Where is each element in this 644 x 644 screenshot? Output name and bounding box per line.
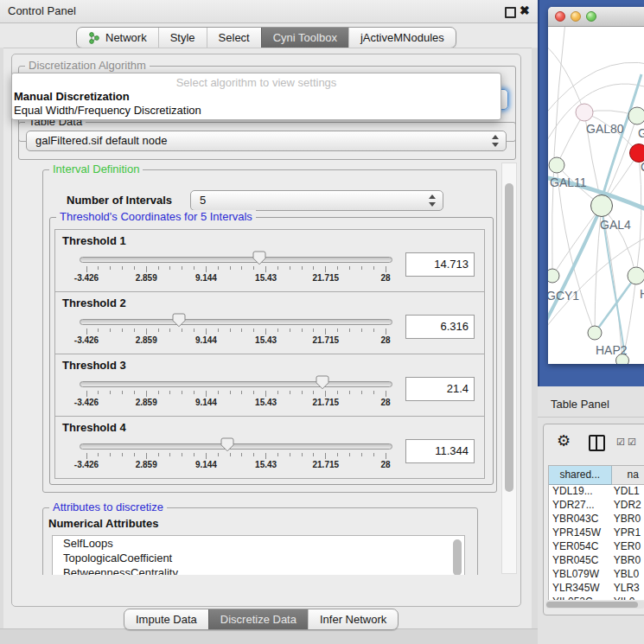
- number-of-intervals-combobox[interactable]: 5: [190, 190, 443, 211]
- minimize-traffic-light-icon[interactable]: [571, 11, 581, 22]
- axis-tick: [361, 391, 362, 394]
- table-row[interactable]: YIL052CYIL0: [549, 596, 644, 600]
- network-node-pink[interactable]: [576, 104, 593, 121]
- table-row[interactable]: YBR043CYBR0: [549, 513, 644, 526]
- dropdown-option-manual[interactable]: Manual Discretization: [12, 90, 501, 104]
- axis-tick-label: 15.43: [255, 460, 277, 469]
- bottom-tab-strip: Impute Data Discretize Data Infer Networ…: [124, 609, 399, 630]
- table-row[interactable]: YPR145WYPR1: [549, 526, 644, 540]
- tab-discretize-data[interactable]: Discretize Data: [208, 609, 308, 629]
- attribute-list-item[interactable]: SelfLoops: [53, 536, 464, 551]
- axis-tick: [206, 266, 207, 272]
- control-panel-title: Control Panel: [8, 4, 76, 17]
- table-row[interactable]: YDR27...YDR2: [549, 499, 644, 513]
- axis-tick: [290, 328, 290, 332]
- network-node-gcy1[interactable]: [548, 269, 559, 283]
- slider-handle[interactable]: [220, 437, 234, 452]
- network-node-hap2[interactable]: [588, 326, 602, 340]
- slider-handle[interactable]: [172, 313, 186, 328]
- slider-handle[interactable]: [316, 375, 329, 390]
- checkbox-icon[interactable]: ☑: [628, 437, 636, 448]
- threshold-stack: Threshold 1-3.4262.8599.14415.4321.71528…: [54, 229, 485, 479]
- axis-tick: [86, 391, 87, 397]
- slider-handle[interactable]: [252, 251, 266, 265]
- control-panel-titlebar: Control Panel ✖: [0, 0, 538, 23]
- list-scrollbar-thumb[interactable]: [453, 539, 462, 575]
- column-header-name[interactable]: na: [612, 466, 644, 485]
- float-window-icon[interactable]: [505, 7, 516, 18]
- close-traffic-light-icon[interactable]: [555, 11, 565, 22]
- table-data-group: Table Data galFiltered.sif default node: [18, 122, 516, 160]
- checkbox-icon[interactable]: ☑: [616, 437, 625, 448]
- axis-tick: [302, 391, 303, 394]
- axis-tick: [325, 391, 326, 397]
- table-row[interactable]: YLR345WYLR3: [549, 582, 644, 596]
- table-row[interactable]: YBL079WYBL0: [549, 568, 644, 582]
- table-row[interactable]: YDL19...YDL1: [549, 485, 644, 499]
- threshold-label: Threshold 2: [62, 296, 126, 309]
- tab-infer-network[interactable]: Infer Network: [308, 609, 398, 629]
- axis-tick: [313, 266, 314, 270]
- axis-tick: [361, 266, 362, 270]
- threshold-value-field[interactable]: 14.713: [405, 252, 475, 277]
- table-row[interactable]: YBR045CYBR0: [549, 554, 644, 568]
- axis-tick: [349, 391, 350, 394]
- tab-cyni-toolbox[interactable]: Cyni Toolbox: [261, 28, 348, 48]
- attribute-list-item[interactable]: TopologicalCoefficient: [53, 551, 464, 565]
- network-canvas[interactable]: GAL80 GA C GAL11 GAL4 GCY1 H HAP2: [548, 27, 644, 364]
- tab-select[interactable]: Select: [207, 28, 261, 48]
- axis-tick: [182, 453, 182, 456]
- axis-tick: [110, 453, 111, 456]
- axis-tick: [325, 328, 326, 335]
- tab-select-label: Select: [219, 31, 250, 44]
- axis-tick: [169, 453, 170, 456]
- numerical-attributes-list[interactable]: SelfLoopsTopologicalCoefficientBetweenne…: [52, 535, 465, 575]
- cell-shared-name: YIL052C: [549, 596, 612, 600]
- slider-track[interactable]: [80, 381, 392, 387]
- app-window: Control Panel ✖ Network Style Select Cyn…: [0, 0, 644, 644]
- slider-track[interactable]: [80, 443, 392, 450]
- threshold-value-field[interactable]: 21.4: [405, 377, 475, 401]
- column-header-shared-name[interactable]: shared...: [549, 466, 612, 485]
- axis-tick: [146, 453, 147, 459]
- axis-tick: [194, 391, 194, 394]
- tab-style[interactable]: Style: [158, 28, 207, 48]
- axis-tick: [361, 453, 362, 456]
- network-node[interactable]: [549, 157, 564, 173]
- slider-track[interactable]: [80, 319, 392, 325]
- close-icon[interactable]: ✖: [520, 3, 530, 17]
- slider-track[interactable]: [80, 257, 392, 263]
- axis-tick: [110, 266, 111, 270]
- attribute-list-item[interactable]: BetweennessCentrality: [53, 565, 464, 575]
- node-label-gcy1: GCY1: [548, 289, 579, 303]
- threshold-value-field[interactable]: 11.344: [405, 439, 475, 463]
- tab-network[interactable]: Network: [77, 28, 158, 48]
- threshold-label: Threshold 3: [62, 359, 126, 372]
- network-node[interactable]: [628, 267, 644, 284]
- network-node[interactable]: [628, 107, 644, 124]
- axis-tick: [337, 391, 338, 394]
- columns-icon[interactable]: [589, 435, 605, 451]
- table-horizontal-scrollbar-thumb[interactable]: [546, 602, 638, 608]
- axis-tick: [158, 266, 159, 270]
- table-row[interactable]: YER054CYER0: [549, 540, 644, 554]
- table-horizontal-scrollbar[interactable]: [545, 601, 644, 609]
- axis-tick: [325, 453, 326, 459]
- axis-tick: [122, 328, 123, 332]
- axis-tick-label: 15.43: [255, 335, 277, 345]
- zoom-traffic-light-icon[interactable]: [586, 11, 596, 22]
- threshold-value-field[interactable]: 6.316: [405, 315, 475, 339]
- tab-discretize-data-label: Discretize Data: [220, 613, 296, 626]
- dropdown-option-equal-width[interactable]: Equal Width/Frequency Discretization: [12, 104, 501, 118]
- node-attribute-table: shared... na YDL19...YDL1YDR27...YDR2YBR…: [548, 465, 644, 600]
- gear-icon[interactable]: ⚙: [557, 432, 571, 450]
- tab-jactivemnodules[interactable]: jActiveMNodules: [348, 28, 456, 48]
- tab-impute-data[interactable]: Impute Data: [124, 609, 208, 629]
- form-scrollbar-thumb[interactable]: [505, 183, 513, 492]
- table-data-combobox[interactable]: galFiltered.sif default node: [26, 131, 507, 151]
- axis-tick: [158, 391, 159, 394]
- network-node-gal4[interactable]: [591, 195, 613, 217]
- network-window[interactable]: GAL80 GA C GAL11 GAL4 GCY1 H HAP2: [548, 7, 644, 364]
- form-scrollbar[interactable]: [501, 163, 517, 574]
- node-label-gal80: GAL80: [586, 122, 624, 136]
